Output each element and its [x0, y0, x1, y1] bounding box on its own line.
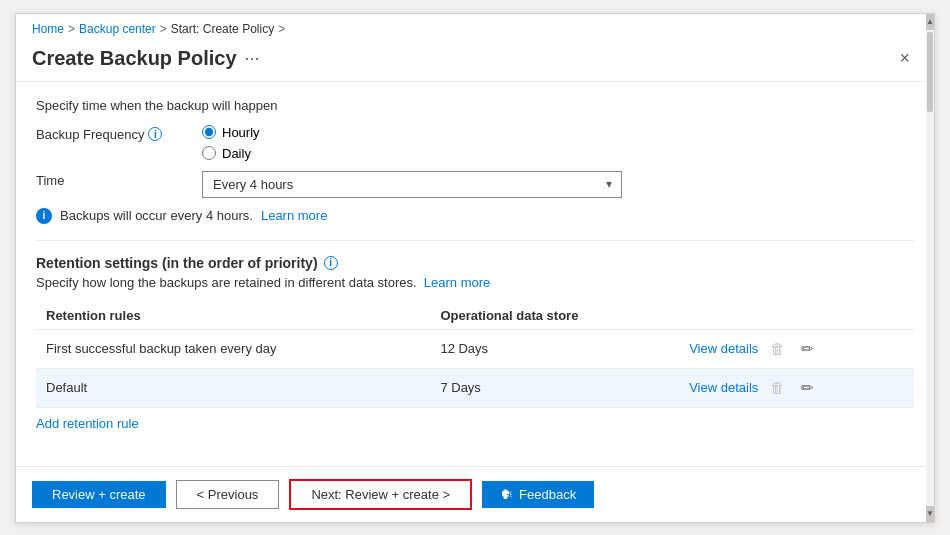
panel-header: Create Backup Policy ··· ×: [16, 36, 934, 81]
learn-more-2-link[interactable]: Learn more: [424, 275, 490, 290]
row2-store: 7 Days: [430, 368, 679, 407]
breadcrumb-current: Start: Create Policy: [171, 22, 274, 36]
daily-radio[interactable]: [202, 146, 216, 160]
col-header-actions: [679, 302, 914, 330]
close-button[interactable]: ×: [891, 44, 918, 73]
col-header-store: Operational data store: [430, 302, 679, 330]
header-title-group: Create Backup Policy ···: [32, 47, 260, 70]
frequency-radio-group: Hourly Daily: [202, 125, 260, 161]
breadcrumb-backup-center[interactable]: Backup center: [79, 22, 156, 36]
row1-view-details-link[interactable]: View details: [689, 341, 758, 356]
row1-edit-button[interactable]: ✏: [797, 338, 818, 360]
section-divider: [36, 240, 914, 241]
row1-rule: First successful backup taken every day: [36, 329, 430, 368]
footer: Review + create < Previous Next: Review …: [16, 466, 934, 522]
row2-actions: View details 🗑 ✏: [679, 368, 914, 407]
info-banner: i Backups will occur every 4 hours. Lear…: [36, 208, 914, 224]
table-row: First successful backup taken every day …: [36, 329, 914, 368]
feedback-icon: 🗣: [500, 487, 513, 502]
row1-action-icons: View details 🗑 ✏: [689, 338, 904, 360]
daily-label: Daily: [222, 146, 251, 161]
backup-frequency-label: Backup Frequency i: [36, 125, 186, 142]
info-circle-icon: i: [36, 208, 52, 224]
row2-delete-button[interactable]: 🗑: [766, 377, 789, 398]
row1-store: 12 Days: [430, 329, 679, 368]
time-dropdown[interactable]: Every 4 hours Every 6 hours Every 8 hour…: [202, 171, 622, 198]
panel-content: Specify time when the backup will happen…: [16, 82, 934, 466]
row2-action-icons: View details 🗑 ✏: [689, 377, 904, 399]
table-row: Default 7 Days View details 🗑 ✏: [36, 368, 914, 407]
feedback-button[interactable]: 🗣 Feedback: [482, 481, 594, 508]
hourly-radio[interactable]: [202, 125, 216, 139]
retention-sub: Specify how long the backups are retaine…: [36, 275, 914, 290]
section-label: Specify time when the backup will happen: [36, 98, 914, 113]
learn-more-1-link[interactable]: Learn more: [261, 208, 327, 223]
next-button[interactable]: Next: Review + create >: [289, 479, 472, 510]
add-retention-rule-link[interactable]: Add retention rule: [36, 416, 139, 431]
scroll-up-arrow[interactable]: ▲: [926, 14, 934, 30]
retention-table: Retention rules Operational data store F…: [36, 302, 914, 408]
backup-frequency-row: Backup Frequency i Hourly Daily: [36, 125, 914, 161]
scroll-thumb[interactable]: [927, 32, 933, 112]
page-title: Create Backup Policy: [32, 47, 237, 70]
frequency-daily-option[interactable]: Daily: [202, 146, 260, 161]
breadcrumb-sep2: >: [160, 22, 167, 36]
time-row: Time Every 4 hours Every 6 hours Every 8…: [36, 171, 914, 198]
retention-heading: Retention settings (in the order of prio…: [36, 255, 914, 271]
create-backup-policy-panel: Home > Backup center > Start: Create Pol…: [15, 13, 935, 523]
frequency-hourly-option[interactable]: Hourly: [202, 125, 260, 140]
retention-info-icon[interactable]: i: [324, 256, 338, 270]
breadcrumb-sep1: >: [68, 22, 75, 36]
time-label: Time: [36, 171, 186, 188]
info-text: Backups will occur every 4 hours.: [60, 208, 253, 223]
breadcrumb-home[interactable]: Home: [32, 22, 64, 36]
scrollbar[interactable]: ▲ ▼: [926, 14, 934, 522]
breadcrumb: Home > Backup center > Start: Create Pol…: [16, 14, 934, 36]
feedback-label: Feedback: [519, 487, 576, 502]
row1-delete-button[interactable]: 🗑: [766, 338, 789, 359]
row2-rule: Default: [36, 368, 430, 407]
previous-button[interactable]: < Previous: [176, 480, 280, 509]
backup-frequency-info-icon[interactable]: i: [148, 127, 162, 141]
scroll-down-arrow[interactable]: ▼: [926, 506, 934, 522]
review-create-button[interactable]: Review + create: [32, 481, 166, 508]
row2-view-details-link[interactable]: View details: [689, 380, 758, 395]
breadcrumb-sep3: >: [278, 22, 285, 36]
hourly-label: Hourly: [222, 125, 260, 140]
row1-actions: View details 🗑 ✏: [679, 329, 914, 368]
col-header-rules: Retention rules: [36, 302, 430, 330]
row2-edit-button[interactable]: ✏: [797, 377, 818, 399]
time-dropdown-wrapper: Every 4 hours Every 6 hours Every 8 hour…: [202, 171, 622, 198]
more-options-icon[interactable]: ···: [245, 48, 260, 69]
